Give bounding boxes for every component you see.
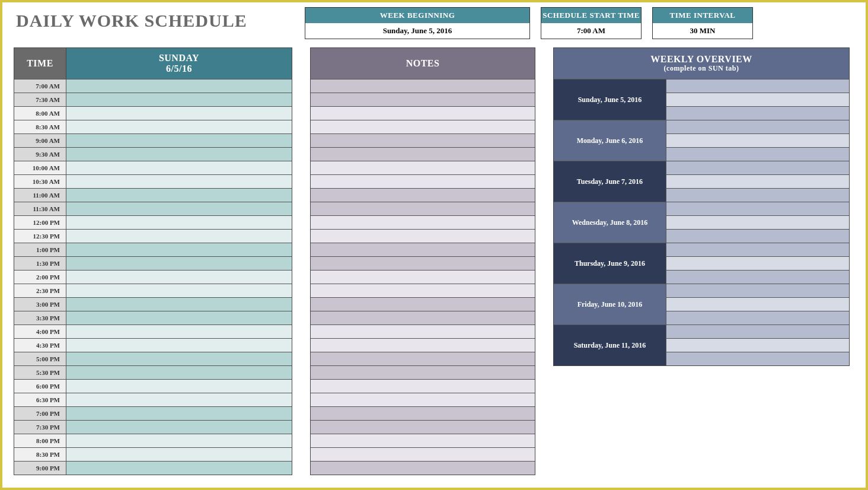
note-row[interactable] <box>311 393 535 406</box>
week-beginning-value[interactable]: Sunday, June 5, 2016 <box>305 23 529 39</box>
overview-slot[interactable] <box>666 134 849 148</box>
task-cell[interactable] <box>66 161 292 174</box>
task-cell[interactable] <box>66 393 292 406</box>
task-cell[interactable] <box>66 230 292 243</box>
task-cell[interactable] <box>66 298 292 311</box>
overview-slot[interactable] <box>666 120 849 134</box>
note-row[interactable] <box>311 161 535 174</box>
note-row[interactable] <box>311 447 535 461</box>
note-row[interactable] <box>311 420 535 434</box>
note-row[interactable] <box>311 352 535 365</box>
overview-slot[interactable] <box>666 189 849 202</box>
overview-day-label: Saturday, June 11, 2016 <box>554 325 666 365</box>
task-cell[interactable] <box>66 462 292 475</box>
note-row[interactable] <box>311 79 535 93</box>
note-row[interactable] <box>311 106 535 120</box>
note-row[interactable] <box>311 215 535 229</box>
task-cell[interactable] <box>66 257 292 270</box>
task-cell[interactable] <box>66 339 292 352</box>
overview-slot[interactable] <box>666 339 849 352</box>
task-cell[interactable] <box>66 366 292 379</box>
overview-slot[interactable] <box>666 271 849 284</box>
interval-value[interactable]: 30 MIN <box>653 23 752 39</box>
task-cell[interactable] <box>66 325 292 338</box>
overview-slot[interactable] <box>666 216 849 230</box>
overview-slot[interactable] <box>666 243 849 257</box>
note-row[interactable] <box>311 338 535 352</box>
start-time-value[interactable]: 7:00 AM <box>541 23 641 39</box>
task-cell[interactable] <box>66 243 292 256</box>
overview-slot[interactable] <box>666 107 849 120</box>
task-cell[interactable] <box>66 284 292 297</box>
overview-slot[interactable] <box>666 79 849 93</box>
task-cell[interactable] <box>66 93 292 106</box>
note-row[interactable] <box>311 297 535 311</box>
note-row[interactable] <box>311 174 535 188</box>
task-cell[interactable] <box>66 407 292 420</box>
note-row[interactable] <box>311 243 535 256</box>
overview-slot[interactable] <box>666 257 849 271</box>
overview-slot[interactable] <box>666 93 849 107</box>
schedule-row: 11:00 AM <box>14 188 292 202</box>
task-cell[interactable] <box>66 352 292 365</box>
note-row[interactable] <box>311 188 535 202</box>
overview-slot[interactable] <box>666 352 849 365</box>
note-row[interactable] <box>311 147 535 161</box>
note-row[interactable] <box>311 365 535 379</box>
overview-slot[interactable] <box>666 230 849 243</box>
overview-day-slots <box>666 120 849 161</box>
weekly-overview: WEEKLY OVERVIEW (complete on SUN tab) Su… <box>553 47 850 366</box>
task-cell[interactable] <box>66 434 292 447</box>
schedule-row: 10:30 AM <box>14 174 292 188</box>
task-cell[interactable] <box>66 79 292 93</box>
overview-slot[interactable] <box>666 148 849 161</box>
time-cell: 1:30 PM <box>14 257 66 270</box>
overview-day-label: Sunday, June 5, 2016 <box>554 79 666 120</box>
time-cell: 7:00 PM <box>14 407 66 420</box>
week-beginning-label: WEEK BEGINNING <box>305 8 529 23</box>
schedule-row: 9:30 AM <box>14 147 292 161</box>
note-row[interactable] <box>311 406 535 420</box>
note-row[interactable] <box>311 93 535 106</box>
overview-slot[interactable] <box>666 298 849 311</box>
note-row[interactable] <box>311 133 535 147</box>
overview-slot[interactable] <box>666 311 849 324</box>
time-cell: 6:30 PM <box>14 393 66 406</box>
note-row[interactable] <box>311 311 535 324</box>
task-cell[interactable] <box>66 421 292 434</box>
note-row[interactable] <box>311 379 535 393</box>
overview-day-group: Monday, June 6, 2016 <box>554 120 849 161</box>
overview-slot[interactable] <box>666 325 849 339</box>
task-cell[interactable] <box>66 311 292 324</box>
task-cell[interactable] <box>66 120 292 133</box>
task-cell[interactable] <box>66 134 292 147</box>
task-cell[interactable] <box>66 216 292 229</box>
note-row[interactable] <box>311 229 535 243</box>
note-row[interactable] <box>311 120 535 133</box>
note-row[interactable] <box>311 434 535 447</box>
task-cell[interactable] <box>66 148 292 161</box>
schedule-row: 2:00 PM <box>14 270 292 284</box>
schedule-row: 12:30 PM <box>14 229 292 243</box>
task-cell[interactable] <box>66 448 292 461</box>
time-cell: 7:30 AM <box>14 93 66 106</box>
task-cell[interactable] <box>66 380 292 393</box>
overview-slot[interactable] <box>666 175 849 189</box>
task-cell[interactable] <box>66 202 292 215</box>
task-cell[interactable] <box>66 271 292 284</box>
task-cell[interactable] <box>66 175 292 188</box>
note-row[interactable] <box>311 256 535 270</box>
overview-slot[interactable] <box>666 284 849 298</box>
note-row[interactable] <box>311 284 535 297</box>
task-cell[interactable] <box>66 189 292 202</box>
note-row[interactable] <box>311 202 535 215</box>
schedule-row: 7:00 AM <box>14 79 292 93</box>
schedule-row: 9:00 AM <box>14 133 292 147</box>
task-cell[interactable] <box>66 107 292 120</box>
note-row[interactable] <box>311 461 535 475</box>
overview-slot[interactable] <box>666 202 849 216</box>
overview-day-label: Monday, June 6, 2016 <box>554 120 666 161</box>
overview-slot[interactable] <box>666 161 849 175</box>
note-row[interactable] <box>311 324 535 338</box>
note-row[interactable] <box>311 270 535 284</box>
